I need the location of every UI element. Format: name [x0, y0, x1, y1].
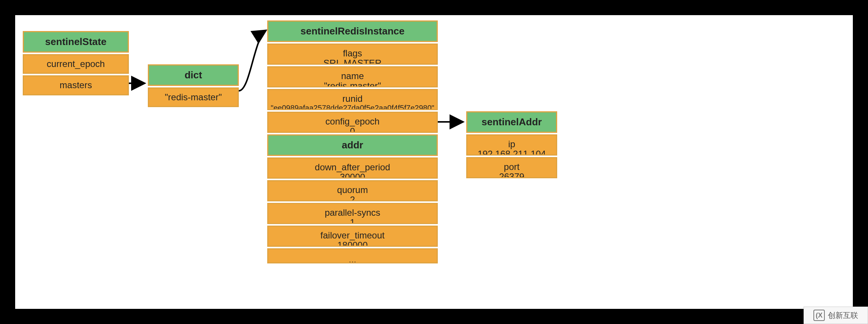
field-key: failover_timeout [271, 231, 434, 240]
field-value: 30000 [271, 172, 434, 179]
field-key: runid [271, 94, 434, 104]
field-key: parallel-syncs [271, 208, 434, 218]
struct-sentinelredisinstance: sentinelRedisInstance flags SRI_MASTER n… [267, 20, 438, 265]
field-key: config_epoch [271, 117, 434, 126]
field-masters: masters [23, 75, 129, 95]
field-failover-timeout: failover_timeout 180000 [267, 226, 438, 247]
field-redis-master-key: "redis-master" [148, 87, 239, 107]
field-key: ip [470, 139, 554, 149]
struct-header: dict [148, 64, 239, 86]
field-value: 1 [271, 218, 434, 224]
field-value: 192.168.211.104 [470, 149, 554, 156]
field-parallel-syncs: parallel-syncs 1 [267, 203, 438, 224]
field-ip: ip 192.168.211.104 [466, 134, 557, 156]
field-quorum: quorum 2 [267, 180, 438, 201]
struct-header: sentinelRedisInstance [267, 20, 438, 42]
field-down-after-period: down_after_period 30000 [267, 157, 438, 179]
watermark-text: 创新互联 [828, 310, 858, 321]
struct-sentinelstate: sentinelState current_epoch masters [23, 31, 129, 97]
struct-header: sentinelState [23, 31, 129, 53]
struct-sentineladdr: sentinelAddr ip 192.168.211.104 port 263… [466, 111, 557, 180]
field-ellipsis: ... [267, 248, 438, 263]
field-key: quorum [271, 185, 434, 195]
field-value: 180000 [271, 240, 434, 247]
diagram-frame: sentinelState current_epoch masters dict… [14, 14, 854, 310]
struct-dict: dict "redis-master" [148, 64, 239, 109]
field-value: "redis-master" [271, 81, 434, 87]
field-value: 2 [271, 195, 434, 201]
field-name: name "redis-master" [267, 66, 438, 87]
struct-header: sentinelAddr [466, 111, 557, 133]
field-value: SRI_MASTER [271, 58, 434, 65]
field-current-epoch: current_epoch [23, 54, 129, 74]
field-key: ... [271, 255, 434, 263]
field-config-epoch: config_epoch 0 [267, 112, 438, 133]
watermark-icon: (X [813, 310, 825, 321]
field-runid: runid "ee0989afaa2578dde27da0f5e2aa0f4f5… [267, 89, 438, 110]
field-addr-header: addr [267, 134, 438, 156]
field-value: 0 [271, 126, 434, 133]
watermark: (X 创新互联 [804, 307, 868, 324]
field-key: name [271, 71, 434, 81]
field-value: "ee0989afaa2578dde27da0f5e2aa0f4f5f7e298… [271, 104, 434, 110]
field-value: 26379 [470, 172, 554, 178]
field-key: port [470, 162, 554, 172]
field-key: flags [271, 48, 434, 58]
field-port: port 26379 [466, 157, 557, 178]
field-key: down_after_period [271, 162, 434, 172]
field-flags: flags SRI_MASTER [267, 44, 438, 65]
